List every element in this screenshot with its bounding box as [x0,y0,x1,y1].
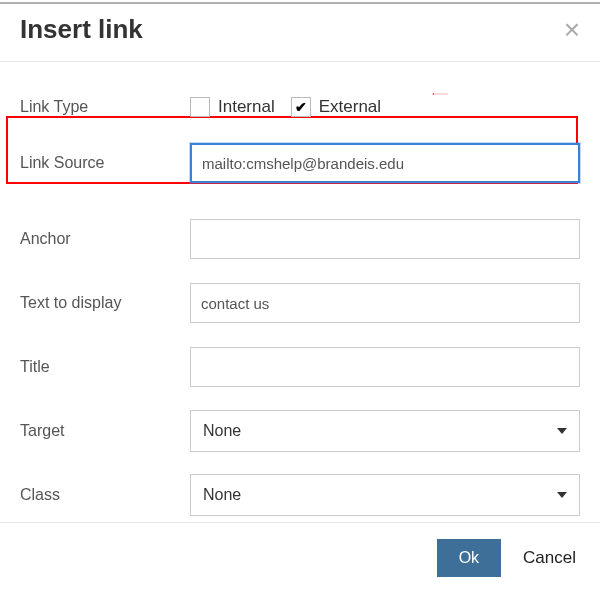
checkbox-external[interactable] [291,97,311,117]
anchor-input[interactable] [190,219,580,259]
chevron-down-icon [557,492,567,498]
close-icon[interactable]: × [564,16,580,44]
link-type-group: Internal External [190,97,580,117]
label-target: Target [20,422,190,440]
row-text-to-display: Text to display [20,280,580,326]
label-link-type: Link Type [20,98,190,116]
checkbox-internal[interactable] [190,97,210,117]
row-link-source: Link Source [20,140,580,186]
label-anchor: Anchor [20,230,190,248]
label-title: Title [20,358,190,376]
target-select[interactable]: None [190,410,580,452]
row-title: Title [20,344,580,390]
dialog-header: Insert link × [0,0,600,62]
label-text-to-display: Text to display [20,294,190,312]
row-target: Target None [20,408,580,454]
text-to-display-input[interactable] [190,283,580,323]
class-select[interactable]: None [190,474,580,516]
target-selected-value: None [203,422,241,440]
row-link-type: Link Type Internal External [20,84,580,130]
checkbox-external-label: External [319,97,381,117]
link-source-input[interactable] [190,143,580,183]
dialog-top-shadow [0,2,600,4]
dialog-title: Insert link [20,14,143,45]
title-input[interactable] [190,347,580,387]
label-link-source: Link Source [20,154,190,172]
dialog-footer: Ok Cancel [0,522,600,593]
cancel-button[interactable]: Cancel [519,542,580,574]
class-selected-value: None [203,486,241,504]
chevron-down-icon [557,428,567,434]
checkbox-internal-label: Internal [218,97,275,117]
row-class: Class None [20,472,580,518]
dialog-body: Link Type Internal External Link Source … [0,62,600,536]
label-class: Class [20,486,190,504]
ok-button[interactable]: Ok [437,539,501,577]
row-anchor: Anchor [20,216,580,262]
